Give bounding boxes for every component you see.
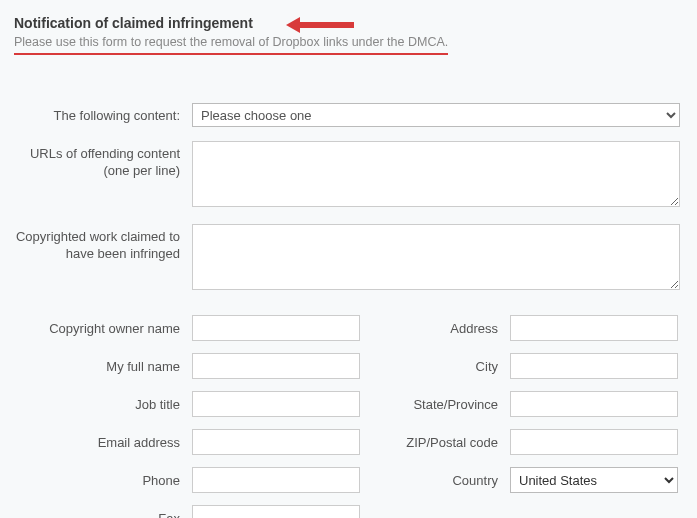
- country-label: Country: [360, 473, 510, 488]
- phone-label: Phone: [14, 473, 192, 488]
- offending-urls-label: URLs of offending content (one per line): [14, 141, 192, 180]
- owner-name-input[interactable]: [192, 315, 360, 341]
- zip-input[interactable]: [510, 429, 678, 455]
- country-select[interactable]: United States: [510, 467, 678, 493]
- city-label: City: [360, 359, 510, 374]
- address-input[interactable]: [510, 315, 678, 341]
- phone-input[interactable]: [192, 467, 360, 493]
- owner-name-label: Copyright owner name: [14, 321, 192, 336]
- copyrighted-work-input[interactable]: [192, 224, 680, 290]
- job-title-label: Job title: [14, 397, 192, 412]
- page-subtitle: Please use this form to request the remo…: [14, 35, 448, 49]
- offending-urls-input[interactable]: [192, 141, 680, 207]
- form-header: Notification of claimed infringement Ple…: [14, 15, 448, 55]
- content-type-label: The following content:: [14, 103, 192, 125]
- job-title-input[interactable]: [192, 391, 360, 417]
- page-title: Notification of claimed infringement: [14, 15, 253, 31]
- email-label: Email address: [14, 435, 192, 450]
- full-name-input[interactable]: [192, 353, 360, 379]
- state-input[interactable]: [510, 391, 678, 417]
- address-label: Address: [360, 321, 510, 336]
- annotation-arrow-icon: [284, 15, 356, 38]
- copyrighted-work-label: Copyrighted work claimed to have been in…: [14, 224, 192, 263]
- fax-input[interactable]: [192, 505, 360, 518]
- fax-label: Fax: [14, 511, 192, 519]
- email-input[interactable]: [192, 429, 360, 455]
- zip-label: ZIP/Postal code: [360, 435, 510, 450]
- city-input[interactable]: [510, 353, 678, 379]
- dmca-form: The following content: Please choose one…: [14, 103, 683, 518]
- full-name-label: My full name: [14, 359, 192, 374]
- state-label: State/Province: [360, 397, 510, 412]
- content-type-select[interactable]: Please choose one: [192, 103, 680, 127]
